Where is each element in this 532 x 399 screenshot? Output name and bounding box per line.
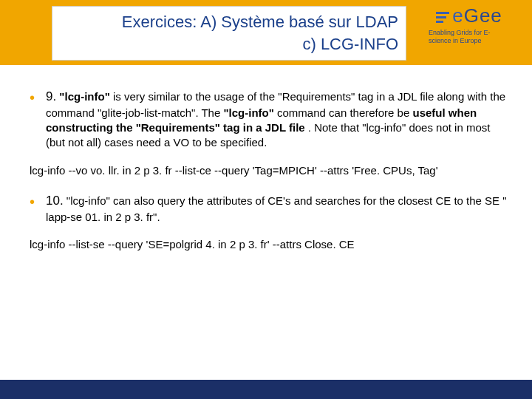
footer-band (0, 380, 532, 399)
bullet-body: 10. "lcg-info" can also query the attrib… (46, 193, 510, 225)
title-block: Exercices: A) Système basé sur LDAP c) L… (52, 6, 406, 61)
title-line-2: c) LCG-INFO (302, 33, 398, 55)
command-line: lcg-info --vo vo. llr. in 2 p 3. fr --li… (30, 164, 510, 177)
logo-mark: eGee (436, 4, 502, 27)
bullet-dot-icon: • (30, 193, 46, 225)
bullet-item: • 10. "lcg-info" can also query the attr… (30, 193, 510, 225)
logo-lines-icon (436, 12, 449, 23)
lead-bold: "lcg-info" (59, 90, 109, 103)
bullet-body: 9. "lcg-info" is very similar to the usa… (46, 89, 510, 151)
item-number: 10. (46, 194, 64, 208)
bullet-item: • 9. "lcg-info" is very similar to the u… (30, 89, 510, 151)
item-number: 9. (46, 89, 56, 103)
logo-text: eGee (452, 4, 502, 27)
logo-tagline: Enabling Grids for E-science in Europe (429, 29, 510, 46)
title-line-1: Exercices: A) Système basé sur LDAP (122, 11, 398, 33)
mid-bold: "lcg-info" (223, 106, 273, 119)
logo: eGee Enabling Grids for E-science in Eur… (414, 4, 525, 62)
mid-rest: command can therefore be (277, 106, 412, 119)
lead-rest: "lcg-info" can also query the attributes… (46, 194, 507, 223)
command-line: lcg-info --list-se --query 'SE=polgrid 4… (30, 238, 510, 250)
content: • 9. "lcg-info" is very similar to the u… (30, 89, 510, 267)
bullet-dot-icon: • (30, 89, 46, 151)
